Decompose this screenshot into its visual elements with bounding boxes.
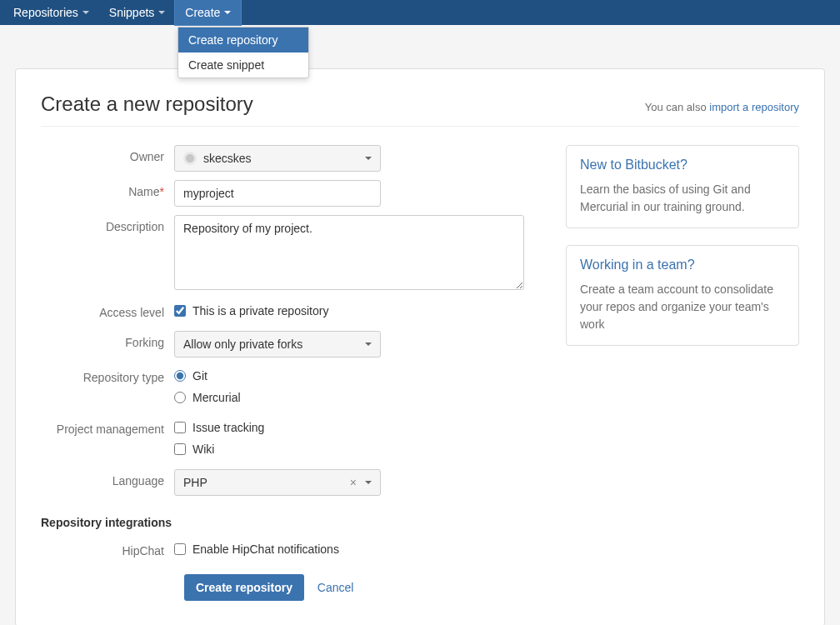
name-label: Name* — [41, 180, 174, 198]
nav-repositories-label: Repositories — [13, 6, 78, 19]
forking-value: Allow only private forks — [183, 338, 302, 351]
card-new-title[interactable]: New to Bitbucket? — [580, 158, 785, 172]
import-text: You can also import a repository — [645, 101, 799, 113]
private-label: This is a private repository — [192, 304, 328, 318]
owner-label: Owner — [41, 145, 174, 163]
nav-create[interactable]: Create — [175, 0, 241, 25]
panel-header: Create a new repository You can also imp… — [41, 92, 799, 127]
language-value: PHP — [183, 476, 345, 489]
mercurial-label: Mercurial — [192, 391, 241, 404]
card-team-title[interactable]: Working in a team? — [580, 258, 785, 272]
clear-icon[interactable]: × — [345, 476, 362, 489]
issue-tracking-checkbox[interactable] — [174, 422, 186, 433]
main-panel: Create a new repository You can also imp… — [15, 68, 825, 625]
language-label: Language — [41, 469, 174, 488]
user-icon — [183, 152, 197, 165]
wiki-checkbox[interactable] — [174, 443, 186, 455]
hipchat-checkbox[interactable] — [174, 543, 186, 555]
access-label: Access level — [41, 301, 174, 319]
page-title: Create a new repository — [41, 92, 253, 116]
card-team: Working in a team? Create a team account… — [566, 245, 799, 346]
top-nav: Repositories Snippets Create — [0, 0, 840, 25]
card-new-body: Learn the basics of using Git and Mercur… — [580, 181, 785, 216]
pm-label: Project management — [41, 418, 174, 436]
git-radio[interactable] — [174, 370, 186, 382]
import-prefix: You can also — [645, 101, 710, 113]
dropdown-create-snippet[interactable]: Create snippet — [178, 52, 308, 78]
chevron-down-icon — [82, 11, 89, 14]
dropdown-create-repository[interactable]: Create repository — [178, 28, 308, 52]
issue-tracking-label: Issue tracking — [192, 421, 264, 434]
language-select[interactable]: PHP × — [174, 469, 381, 496]
private-checkbox[interactable] — [174, 305, 186, 317]
hipchat-enable-label: Enable HipChat notifications — [192, 542, 339, 556]
hipchat-label: HipChat — [41, 539, 174, 558]
nav-create-label: Create — [185, 6, 220, 19]
repo-type-label: Repository type — [41, 366, 174, 384]
integrations-heading: Repository integrations — [41, 516, 532, 529]
wiki-label: Wiki — [192, 442, 214, 456]
sidebar: New to Bitbucket? Learn the basics of us… — [566, 145, 799, 601]
description-textarea[interactable]: Repository of my project. — [174, 215, 524, 290]
name-input[interactable] — [174, 180, 381, 207]
chevron-down-icon — [365, 157, 372, 160]
chevron-down-icon — [365, 342, 372, 346]
nav-repositories[interactable]: Repositories — [3, 0, 99, 25]
forking-label: Forking — [41, 331, 174, 349]
card-new-to-bitbucket: New to Bitbucket? Learn the basics of us… — [566, 145, 799, 228]
mercurial-radio[interactable] — [174, 392, 186, 403]
owner-value: skecskes — [203, 152, 252, 165]
nav-snippets[interactable]: Snippets — [99, 0, 175, 25]
chevron-down-icon — [224, 11, 231, 14]
git-label: Git — [192, 369, 208, 382]
description-label: Description — [41, 215, 174, 233]
import-repository-link[interactable]: import a repository — [709, 101, 799, 113]
nav-snippets-label: Snippets — [109, 6, 154, 19]
card-team-body: Create a team account to consolidate you… — [580, 281, 785, 333]
create-repository-button[interactable]: Create repository — [184, 574, 304, 601]
owner-select[interactable]: skecskes — [174, 145, 381, 172]
chevron-down-icon — [365, 481, 372, 484]
chevron-down-icon — [158, 11, 165, 14]
create-dropdown: Create repository Create snippet — [178, 27, 309, 78]
forking-select[interactable]: Allow only private forks — [174, 331, 381, 358]
form: Owner skecskes Name* — [41, 145, 532, 601]
cancel-button[interactable]: Cancel — [318, 581, 354, 594]
